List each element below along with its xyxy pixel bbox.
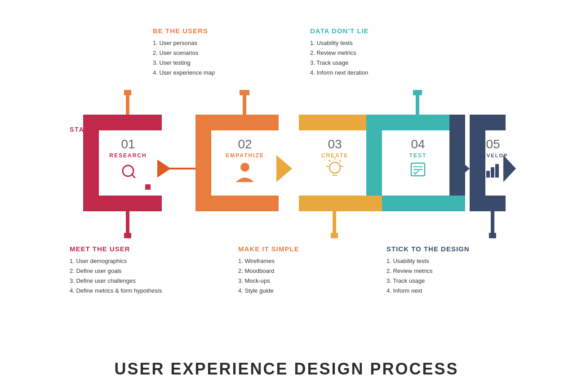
list-item: 3. Track usage (310, 58, 369, 68)
svg-marker-4 (162, 130, 178, 196)
bottom-label-develop: STICK TO THE DESIGN 1. Usability tests 2… (386, 245, 470, 296)
diagram-container: START (58, 90, 517, 243)
list-item: 1. Wireframes (238, 256, 299, 266)
list-item: 1. User personas (153, 38, 215, 48)
top-label-empathize: BE THE USERS 1. User personas 2. User sc… (153, 27, 215, 78)
svg-rect-66 (491, 167, 494, 178)
list-item: 2. Moodboard (238, 266, 299, 276)
create-bottom-list: 1. Wireframes 2. Moodboard 3. Mock-ups 4… (238, 256, 299, 296)
list-item: 4. Inform next iteration (310, 68, 369, 78)
svg-text:02: 02 (238, 137, 252, 151)
empathize-top-list: 1. User personas 2. User scenarios 3. Us… (153, 38, 215, 78)
develop-bottom-title: STICK TO THE DESIGN (386, 245, 470, 253)
svg-rect-45 (382, 196, 465, 211)
list-item: 3. Mock-ups (238, 276, 299, 286)
list-item: 2. Review metrics (386, 266, 470, 276)
svg-text:EMPATHIZE: EMPATHIZE (226, 152, 264, 159)
empathize-top-title: BE THE USERS (153, 27, 215, 35)
bottom-label-research: MEET THE USER 1. User demographics 2. De… (70, 245, 162, 296)
list-item: 4. Define metrics & form hypothesis (70, 286, 162, 296)
list-item: 3. User testing (153, 58, 215, 68)
research-bottom-title: MEET THE USER (70, 245, 162, 253)
list-item: 3. Define user challenges (70, 276, 162, 286)
svg-rect-69 (489, 233, 496, 238)
svg-text:TEST: TEST (409, 152, 427, 159)
svg-text:RESEARCH: RESEARCH (109, 152, 147, 159)
svg-rect-59 (470, 115, 506, 130)
footer-title: USER EXPERIENCE DESIGN PROCESS (0, 360, 573, 379)
list-item: 4. Inform next (386, 286, 470, 296)
list-item: 3. Track usage (386, 276, 470, 286)
svg-text:03: 03 (328, 137, 342, 151)
svg-rect-25 (240, 90, 249, 95)
svg-rect-12 (124, 90, 131, 95)
svg-text:05: 05 (486, 137, 500, 151)
list-item: 1. User demographics (70, 256, 162, 266)
develop-bottom-list: 1. Usability tests 2. Review metrics 3. … (386, 256, 470, 296)
research-bottom-list: 1. User demographics 2. Define user goal… (70, 256, 162, 296)
svg-rect-15 (145, 184, 151, 190)
page: BE THE USERS 1. User personas 2. User sc… (0, 0, 573, 392)
diagram-svg: 01 RESEARCH 02 E (58, 90, 517, 243)
svg-rect-42 (331, 233, 338, 238)
svg-marker-62 (503, 155, 516, 182)
svg-text:04: 04 (411, 137, 425, 151)
list-item: 2. Define user goals (70, 266, 162, 276)
list-item: 2. Review metrics (310, 48, 369, 58)
list-item: 2. User scenarios (153, 48, 215, 58)
list-item: 1. Usability tests (310, 38, 369, 48)
svg-rect-28 (299, 196, 382, 211)
svg-point-23 (240, 163, 249, 172)
svg-rect-60 (470, 196, 506, 211)
svg-rect-65 (486, 171, 490, 178)
svg-text:01: 01 (121, 137, 135, 151)
bottom-label-create: MAKE IT SIMPLE 1. Wireframes 2. Moodboar… (238, 245, 299, 296)
test-top-title: DATA DON'T LIE (310, 27, 369, 35)
top-label-test: DATA DON'T LIE 1. Usability tests 2. Rev… (310, 27, 369, 78)
list-item: 4. Style guide (238, 286, 299, 296)
list-item: 1. Usability tests (386, 256, 470, 266)
list-item: 4. User experience map (153, 68, 215, 78)
svg-marker-20 (276, 155, 292, 182)
svg-rect-14 (124, 233, 131, 238)
svg-rect-3 (83, 196, 162, 211)
create-bottom-title: MAKE IT SIMPLE (238, 245, 299, 253)
test-top-list: 1. Usability tests 2. Review metrics 3. … (310, 38, 369, 78)
svg-rect-54 (413, 90, 422, 95)
svg-rect-18 (195, 196, 279, 211)
svg-text:DEVELOP: DEVELOP (478, 153, 508, 158)
svg-rect-67 (495, 164, 499, 178)
